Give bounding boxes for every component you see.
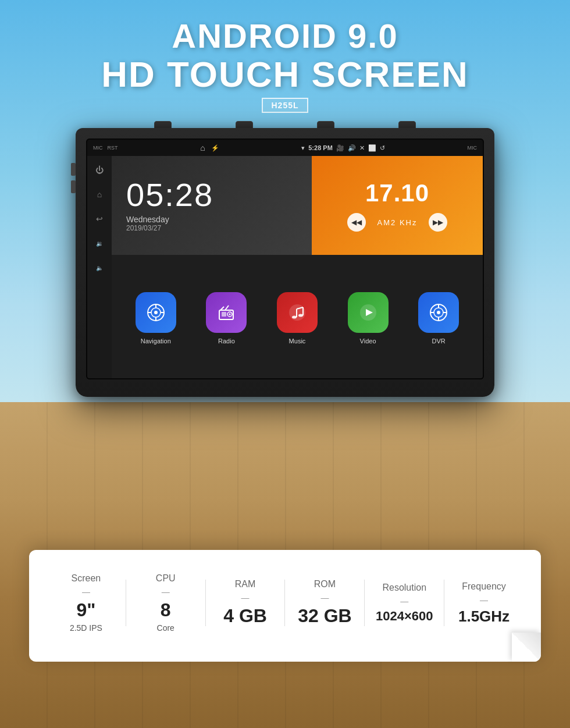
spec-resolution-dash: — xyxy=(400,596,408,606)
spec-rom-dash: — xyxy=(320,593,329,602)
app-navigation[interactable]: Navigation xyxy=(136,292,176,345)
screen-layout: ⏻ ⌂ ↩ 🔉 🔈 05:28 Wednesday 2 xyxy=(87,156,483,378)
spec-resolution: Resolution — 1024×600 xyxy=(365,583,444,623)
status-center: ▾ 5:28 PM 🎥 🔊 ✕ ⬜ ↺ xyxy=(301,144,385,152)
spec-ram: RAM — 4 GB xyxy=(206,579,285,626)
app-music[interactable]: Music xyxy=(277,292,318,345)
status-bar: MIC RST ⌂ ⚡ ▾ 5:28 PM 🎥 🔊 ✕ ⬜ ↺ xyxy=(87,140,483,156)
svg-rect-8 xyxy=(222,312,226,317)
music-label: Music xyxy=(289,338,306,345)
clock-radio-bar: 05:28 Wednesday 2019/03/27 17.10 ◀◀ AM2 … xyxy=(112,156,483,255)
sidebar: ⏻ ⌂ ↩ 🔉 🔈 xyxy=(87,156,112,378)
main-content: 05:28 Wednesday 2019/03/27 17.10 ◀◀ AM2 … xyxy=(112,156,483,378)
video-icon xyxy=(358,302,379,323)
title-hd: HD TOUCH SCREEN xyxy=(0,55,570,94)
spec-frequency-value: 1.5GHz xyxy=(458,608,510,625)
model-badge: H255L xyxy=(262,98,308,113)
sidebar-vol-down-icon[interactable]: 🔉 xyxy=(91,235,108,251)
status-left: MIC RST xyxy=(93,145,118,151)
wifi-icon: ▾ xyxy=(301,144,305,152)
spec-screen-value: 9" xyxy=(76,600,95,620)
radio-icon-bg xyxy=(206,292,247,333)
spec-ram-label: RAM xyxy=(235,579,256,589)
radio-frequency: 17.10 xyxy=(365,179,429,207)
window-icon[interactable]: ⬜ xyxy=(368,144,376,152)
spec-cpu-subvalue: Core xyxy=(157,623,174,633)
spec-cpu-value: 8 xyxy=(161,600,171,620)
radio-app-icon xyxy=(216,302,237,323)
svg-line-12 xyxy=(225,306,229,310)
side-btn-1[interactable] xyxy=(71,163,76,176)
app-radio[interactable]: Radio xyxy=(206,292,247,345)
title-android: ANDROID 9.0 xyxy=(0,17,570,55)
sidebar-power-icon[interactable]: ⏻ xyxy=(91,162,108,178)
back-icon[interactable]: ↺ xyxy=(380,144,385,152)
spec-cpu-dash: — xyxy=(162,587,170,596)
app-dvr[interactable]: DVR xyxy=(418,292,459,345)
nav-icon xyxy=(145,302,166,323)
svg-point-6 xyxy=(154,311,158,314)
dvr-icon-bg xyxy=(418,292,459,333)
radio-prev-btn[interactable]: ◀◀ xyxy=(347,213,366,232)
spec-frequency: Frequency — 1.5GHz xyxy=(444,581,523,625)
music-icon xyxy=(287,302,308,323)
radio-next-btn[interactable]: ▶▶ xyxy=(429,213,447,232)
clock-day: Wednesday xyxy=(126,215,297,224)
music-icon-bg xyxy=(277,292,318,333)
spec-ram-value: 4 GB xyxy=(223,606,267,626)
side-buttons-left xyxy=(71,163,76,193)
spec-rom-label: ROM xyxy=(314,579,336,589)
spec-frequency-dash: — xyxy=(480,595,488,605)
camera-icon: 🎥 xyxy=(336,144,344,152)
radio-band-label: AM2 KHz xyxy=(377,218,418,227)
radio-app-label: Radio xyxy=(218,338,235,345)
nav-icon-bg xyxy=(136,292,176,333)
spec-screen: Screen — 9" 2.5D IPS xyxy=(47,573,126,632)
clock-time: 05:28 xyxy=(126,179,297,211)
radio-controls: ◀◀ AM2 KHz ▶▶ xyxy=(347,213,448,232)
status-right: MIC xyxy=(467,145,477,151)
clock-date: 2019/03/27 xyxy=(126,224,297,232)
close-icon[interactable]: ✕ xyxy=(359,144,365,152)
svg-point-23 xyxy=(437,311,440,314)
home-icon[interactable]: ⌂ xyxy=(200,143,205,152)
spec-cpu-label: CPU xyxy=(156,573,176,584)
svg-point-10 xyxy=(229,313,231,315)
header-area: ANDROID 9.0 HD TOUCH SCREEN H255L xyxy=(0,17,570,113)
dvr-label: DVR xyxy=(432,338,446,345)
mic-left-label: MIC xyxy=(93,145,103,151)
side-btn-2[interactable] xyxy=(71,180,76,193)
app-video[interactable]: Video xyxy=(348,292,389,345)
screen-bezel: MIC RST ⌂ ⚡ ▾ 5:28 PM 🎥 🔊 ✕ ⬜ ↺ xyxy=(86,139,484,379)
usb-icon: ⚡ xyxy=(211,144,219,152)
dvr-icon xyxy=(428,302,449,323)
specs-grid: Screen — 9" 2.5D IPS CPU — 8 Core RAM — … xyxy=(47,573,523,632)
specs-section: Screen — 9" 2.5D IPS CPU — 8 Core RAM — … xyxy=(0,484,570,728)
spec-ram-dash: — xyxy=(241,593,250,602)
sidebar-back-icon[interactable]: ↩ xyxy=(91,211,108,227)
spec-screen-subvalue: 2.5D IPS xyxy=(70,623,102,633)
radio-unit: MIC RST ⌂ ⚡ ▾ 5:28 PM 🎥 🔊 ✕ ⬜ ↺ xyxy=(76,128,494,397)
apps-grid: Navigation xyxy=(112,255,483,378)
radio-section: 17.10 ◀◀ AM2 KHz ▶▶ xyxy=(312,156,483,255)
specs-card: Screen — 9" 2.5D IPS CPU — 8 Core RAM — … xyxy=(29,550,541,661)
volume-icon: 🔊 xyxy=(348,144,356,152)
video-label: Video xyxy=(360,338,376,345)
svg-point-15 xyxy=(298,314,303,317)
spec-rom-value: 32 GB xyxy=(298,606,351,626)
spec-cpu: CPU — 8 Core xyxy=(126,573,205,632)
screen: MIC RST ⌂ ⚡ ▾ 5:28 PM 🎥 🔊 ✕ ⬜ ↺ xyxy=(87,140,483,378)
spec-rom: ROM — 32 GB xyxy=(285,579,364,626)
status-time: 5:28 PM xyxy=(308,144,333,151)
video-icon-bg xyxy=(348,292,389,333)
sidebar-home-icon[interactable]: ⌂ xyxy=(91,186,108,203)
clock-section: 05:28 Wednesday 2019/03/27 xyxy=(112,156,312,255)
sidebar-vol-up-icon[interactable]: 🔈 xyxy=(91,260,108,276)
mic-right-label: MIC xyxy=(467,145,477,151)
spec-resolution-label: Resolution xyxy=(382,583,426,593)
spec-resolution-value: 1024×600 xyxy=(376,609,433,623)
unit-shell: MIC RST ⌂ ⚡ ▾ 5:28 PM 🎥 🔊 ✕ ⬜ ↺ xyxy=(76,128,494,397)
spec-screen-label: Screen xyxy=(72,573,101,584)
svg-point-14 xyxy=(292,315,297,318)
spec-screen-dash: — xyxy=(82,587,90,596)
